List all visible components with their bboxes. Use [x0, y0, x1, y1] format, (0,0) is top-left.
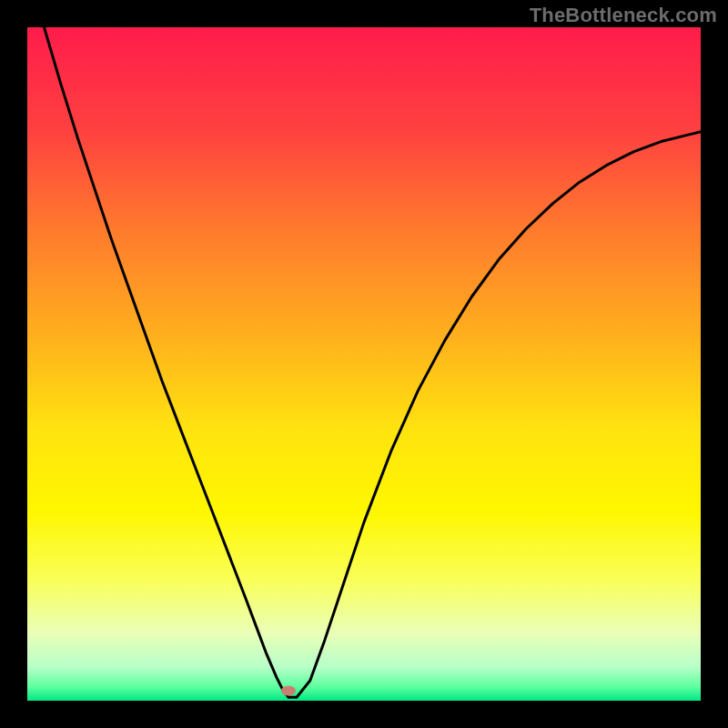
- chart-container: TheBottleneck.com: [0, 0, 728, 728]
- bottleneck-curve: [27, 27, 701, 701]
- current-point-marker: [281, 685, 296, 695]
- watermark-text: TheBottleneck.com: [530, 4, 717, 27]
- plot-area: [27, 27, 701, 701]
